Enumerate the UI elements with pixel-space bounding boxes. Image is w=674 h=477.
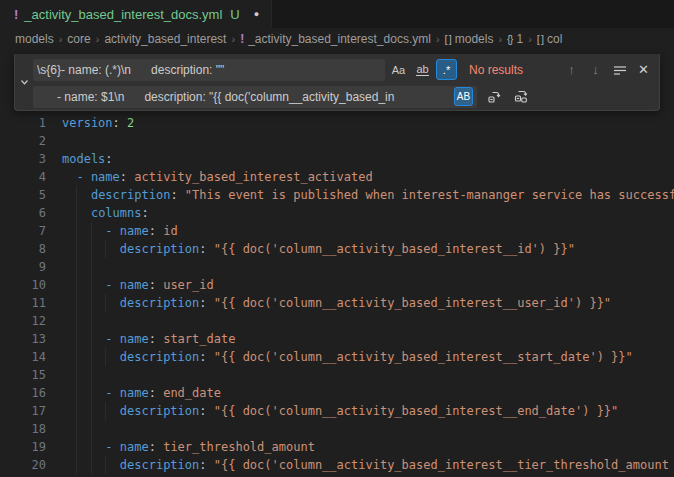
indent-guide [76,330,77,348]
line-number: 11 [0,294,46,312]
code-token: : [199,350,213,364]
code-token: description [91,188,170,202]
indent-guide [91,222,92,240]
line-number: 10 [0,276,46,294]
code-line[interactable]: 1version: 2 [0,114,674,132]
object-symbol-icon: {} [507,33,512,45]
code-line[interactable]: 12 [0,312,674,330]
code-token: end_date [163,386,221,400]
whole-word-button[interactable]: ab [412,59,433,80]
breadcrumb-item[interactable]: !_activity_based_interest_docs.yml [240,32,431,46]
breadcrumb-item[interactable]: [ ]models [445,32,494,46]
indent-guide [91,294,92,312]
indent-guide [76,294,77,312]
breadcrumb-separator: › [59,33,63,45]
find-in-selection-button[interactable] [610,60,629,79]
indent-guide [91,384,92,402]
line-number: 4 [0,168,46,186]
code-line[interactable]: 14 description: "{{ doc('column__activit… [0,348,674,366]
indent-guide [76,312,77,330]
regex-button[interactable]: .* [436,59,457,80]
code-line[interactable]: 11 description: "{{ doc('column__activit… [0,294,674,312]
replace-button[interactable] [484,87,504,107]
line-number: 8 [0,240,46,258]
replace-all-button[interactable] [511,87,531,107]
code-line[interactable]: 6 columns: [0,204,674,222]
breadcrumb: models›core›activity_based_interest›!_ac… [0,28,674,50]
dirty-indicator-icon[interactable]: ● [254,9,259,19]
close-button[interactable]: ✕ [634,60,653,79]
line-number: 16 [0,384,46,402]
code-token: activity_based_interest_activated [134,170,372,184]
tab-active[interactable]: ! _activity_based_interest_docs.yml U ● [0,0,272,28]
indent-guide [76,258,77,276]
previous-match-button[interactable]: ↑ [562,60,581,79]
code-line[interactable]: 18 [0,420,674,438]
breadcrumb-item[interactable]: core [67,32,90,46]
code-line[interactable]: 8 description: "{{ doc('column__activity… [0,240,674,258]
tab-filename: _activity_based_interest_docs.yml [24,7,222,22]
code-line[interactable]: 19 - name: tier_threshold_amount [0,438,674,456]
code-line[interactable]: 17 description: "{{ doc('column__activit… [0,402,674,420]
code-token: - name [62,440,149,454]
breadcrumb-separator: › [231,33,235,45]
line-number: 18 [0,420,46,438]
indent-guide [91,240,92,258]
yaml-file-icon: ! [14,7,18,22]
find-input[interactable]: \s{6}- name: (.*)\n description: "" [33,59,385,81]
code-token: "This event is published when interest-m… [185,188,674,202]
code-line[interactable]: 5 description: "This event is published … [0,186,674,204]
tab-bar: ! _activity_based_interest_docs.yml U ● [0,0,674,28]
breadcrumb-item[interactable]: {}1 [507,32,523,46]
code-token: - name [62,332,149,346]
code-line[interactable]: 13 - name: start_date [0,330,674,348]
indent-guide [76,366,77,384]
indent-guide [76,276,77,294]
indent-guide [76,438,77,456]
line-number: 2 [0,132,46,150]
line-number: 6 [0,204,46,222]
line-number: 9 [0,258,46,276]
code-line[interactable]: 16 - name: end_date [0,384,674,402]
editor[interactable]: 1version: 223models:4 - name: activity_b… [0,50,674,477]
replace-input[interactable]: - name: $1\n description: "{{ doc('colum… [33,86,477,108]
preserve-case-button[interactable]: AB [454,87,473,106]
toggle-replace-button[interactable] [15,54,33,110]
code-line[interactable]: 15 [0,366,674,384]
line-number: 5 [0,186,46,204]
code-line[interactable]: 7 - name: id [0,222,674,240]
breadcrumb-item[interactable]: [ ]col [537,32,563,46]
find-widget: \s{6}- name: (.*)\n description: "" Aa a… [14,54,660,111]
line-number: 19 [0,438,46,456]
breadcrumb-item[interactable]: activity_based_interest [104,32,226,46]
indent-guide [76,402,77,420]
code-token: "{{ doc('column__activity_based_interest… [214,404,619,418]
code-token: user_id [163,278,214,292]
code-token: : [113,116,127,130]
code-token: : [199,458,213,472]
indent-guide [91,402,92,420]
breadcrumb-item[interactable]: models [15,32,54,46]
indent-guide [105,240,106,258]
indent-guide [91,366,92,384]
code-token: : [105,152,112,166]
indent-guide [76,204,77,222]
line-number: 14 [0,348,46,366]
replace-icon [487,89,502,104]
code-line[interactable]: 20 description: "{{ doc('column__activit… [0,456,674,474]
indent-guide [91,438,92,456]
code-token: : [170,188,184,202]
code-token: : [149,386,163,400]
code-line[interactable]: 9 [0,258,674,276]
code-token: 2 [127,116,134,130]
indent-guide [76,222,77,240]
code-token: tier_threshold_amount [163,440,315,454]
code-token: : [199,242,213,256]
match-case-button[interactable]: Aa [388,59,409,80]
code-line[interactable]: 10 - name: user_id [0,276,674,294]
indent-guide [76,348,77,366]
code-line[interactable]: 3models: [0,150,674,168]
code-line[interactable]: 4 - name: activity_based_interest_activa… [0,168,674,186]
code-line[interactable]: 2 [0,132,674,150]
next-match-button[interactable]: ↓ [586,60,605,79]
